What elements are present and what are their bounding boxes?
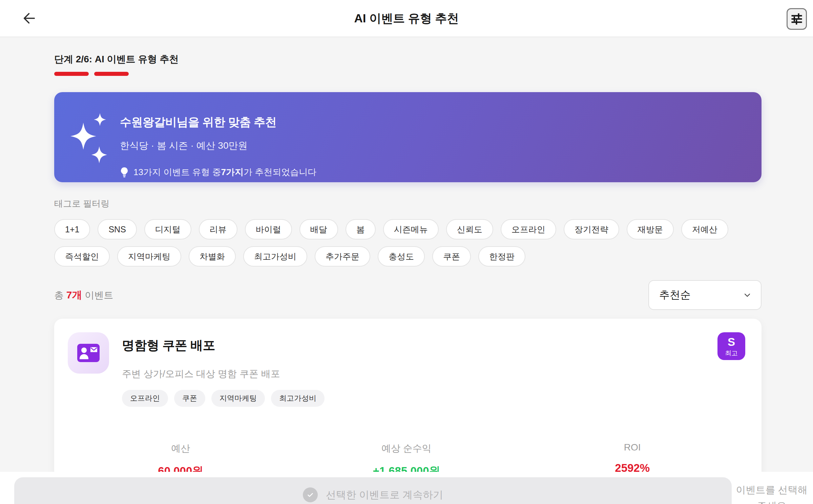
filter-chip[interactable]: 지역마케팅: [117, 246, 181, 267]
grade-badge: S 최고: [717, 332, 745, 360]
continue-button-label: 선택한 이벤트로 계속하기: [326, 487, 443, 502]
step-label: 단계 2/6: AI 이벤트 유형 추천: [54, 53, 762, 66]
main-content: 단계 2/6: AI 이벤트 유형 추천 수원왕갈비님을 위한 맞춤 추천 한식…: [54, 37, 762, 502]
filter-chip[interactable]: 저예산: [681, 219, 728, 239]
stat-label: 예상 순수익: [294, 442, 520, 455]
filter-chip[interactable]: 배달: [299, 219, 338, 239]
back-button[interactable]: [18, 7, 40, 29]
event-tag: 쿠폰: [174, 390, 205, 407]
sort-selected-value: 추천순: [659, 288, 691, 302]
banner-info-prefix: 13가지 이벤트 유형 중: [133, 166, 221, 178]
sort-dropdown[interactable]: 추천순: [648, 280, 762, 310]
grade-letter: S: [728, 336, 735, 348]
banner-info: 13가지 이벤트 유형 중 7가지가 추천되었습니다: [120, 166, 316, 178]
filter-chip[interactable]: 쿠폰: [432, 246, 471, 267]
stat-label: 예산: [68, 442, 294, 455]
event-card-head: 명함형 쿠폰 배포 주변 상가/오피스 대상 명함 쿠폰 배포 오프라인쿠폰지역…: [68, 332, 745, 407]
progress-segment: [54, 72, 89, 76]
lightbulb-icon: [120, 167, 129, 177]
filter-chip[interactable]: 신뢰도: [446, 219, 493, 239]
ai-recommendation-banner: 수원왕갈비님을 위한 맞춤 추천 한식당 · 봄 시즌 · 예산 30만원 13…: [54, 92, 762, 182]
page: AI 이벤트 유형 추천 단계 2/6: AI 이벤트 유형 추천: [0, 0, 813, 504]
filter-chip[interactable]: 봄: [346, 219, 376, 239]
page-title: AI 이벤트 유형 추천: [0, 10, 813, 26]
filter-chip[interactable]: 디지털: [144, 219, 191, 239]
filter-chip[interactable]: 바이럴: [245, 219, 292, 239]
progress-segment: [174, 72, 209, 76]
event-title: 명함형 쿠폰 배포: [122, 337, 717, 354]
header: AI 이벤트 유형 추천: [0, 0, 813, 37]
filter-chip[interactable]: 최고가성비: [243, 246, 307, 267]
filter-chip[interactable]: 1+1: [54, 219, 90, 239]
filter-chip[interactable]: 한정판: [478, 246, 525, 267]
filter-section-label: 태그로 필터링: [54, 198, 762, 210]
contact-card-icon: [68, 332, 109, 374]
filter-chip[interactable]: SNS: [98, 219, 137, 239]
banner-info-highlight: 7가지: [221, 166, 244, 178]
filter-chip[interactable]: 오프라인: [501, 219, 556, 239]
filter-chip-list: 1+1SNS디지털리뷰바이럴배달봄시즌메뉴신뢰도오프라인장기전략재방문저예산즉석…: [54, 219, 762, 267]
filter-chip[interactable]: 재방문: [627, 219, 674, 239]
event-count-number: 7개: [66, 289, 82, 300]
filter-chip[interactable]: 차별화: [189, 246, 236, 267]
filter-chip[interactable]: 즉석할인: [54, 246, 110, 267]
check-circle-icon: [303, 487, 318, 502]
progress-segment: [94, 72, 129, 76]
filter-chip[interactable]: 충성도: [378, 246, 425, 267]
chevron-down-icon: [743, 290, 752, 300]
filter-chip[interactable]: 시즌메뉴: [383, 219, 439, 239]
filter-settings-button[interactable]: [787, 8, 807, 30]
filter-chip[interactable]: 장기전략: [564, 219, 619, 239]
event-count: 총 7개 이벤트: [54, 288, 113, 302]
banner-texts: 수원왕갈비님을 위한 맞춤 추천 한식당 · 봄 시즌 · 예산 30만원 13…: [120, 107, 316, 182]
event-tag: 최고가성비: [271, 390, 325, 407]
event-tag: 오프라인: [122, 390, 168, 407]
arrow-left-icon: [21, 10, 37, 26]
banner-subtitle: 한식당 · 봄 시즌 · 예산 30만원: [120, 139, 316, 152]
filter-chip[interactable]: 추가주문: [315, 246, 370, 267]
bottom-bar: 선택한 이벤트로 계속하기 이벤트를 선택해주세요: [0, 472, 813, 504]
stat-label: ROI: [519, 442, 745, 453]
event-card-texts: 명함형 쿠폰 배포 주변 상가/오피스 대상 명함 쿠폰 배포 오프라인쿠폰지역…: [122, 332, 717, 407]
list-header: 총 7개 이벤트 추천순: [54, 280, 762, 310]
continue-button[interactable]: 선택한 이벤트로 계속하기: [14, 477, 732, 504]
event-tag: 지역마케팅: [211, 390, 265, 407]
selection-hint: 이벤트를 선택해주세요: [733, 482, 810, 504]
progress-segment: [214, 72, 249, 76]
event-tag-list: 오프라인쿠폰지역마케팅최고가성비: [122, 390, 717, 407]
progress-bar: [54, 72, 289, 76]
event-description: 주변 상가/오피스 대상 명함 쿠폰 배포: [122, 368, 717, 380]
banner-info-suffix: 가 추천되었습니다: [244, 166, 316, 178]
sparkles-icon: [70, 113, 110, 171]
banner-title: 수원왕갈비님을 위한 맞춤 추천: [120, 114, 316, 130]
sliders-icon: [790, 13, 803, 25]
filter-chip[interactable]: 리뷰: [199, 219, 237, 239]
grade-label: 최고: [725, 350, 738, 356]
progress-segment: [254, 72, 289, 76]
progress-segment: [134, 72, 169, 76]
